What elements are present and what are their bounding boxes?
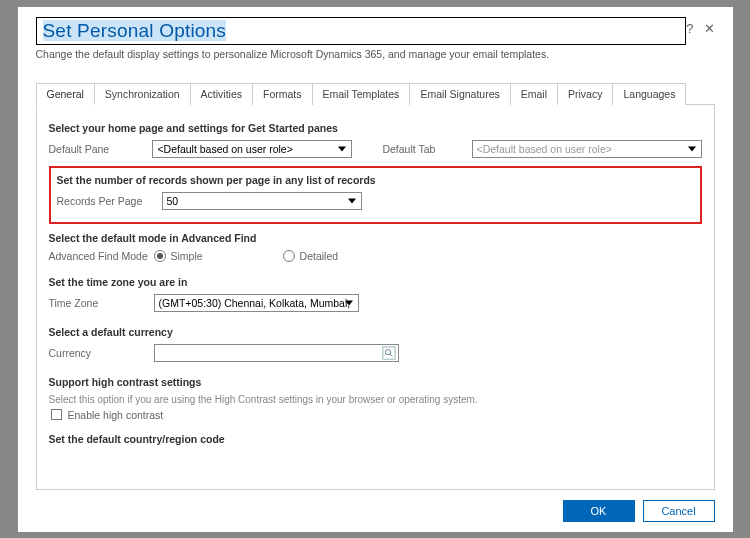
radio-detailed[interactable]: Detailed [283, 250, 339, 262]
radio-simple-label: Simple [171, 250, 203, 262]
row-records-per-page: Records Per Page [57, 192, 694, 210]
section-records-heading: Set the number of records shown per page… [57, 174, 694, 186]
personal-options-dialog: Set Personal Options Change the default … [18, 7, 733, 532]
ok-button[interactable]: OK [563, 500, 635, 522]
title-container: Set Personal Options [36, 17, 686, 45]
lookup-icon [382, 346, 396, 360]
label-default-pane: Default Pane [49, 143, 153, 155]
content-area[interactable]: Select your home page and settings for G… [36, 105, 715, 490]
tab-general[interactable]: General [36, 83, 95, 105]
lookup-currency[interactable] [154, 344, 399, 362]
dialog-subtitle: Change the default display settings to p… [36, 48, 715, 60]
tab-email[interactable]: Email [510, 83, 558, 105]
select-records-per-page[interactable] [162, 192, 362, 210]
row-advanced-find: Advanced Find Mode Simple Detailed [49, 250, 702, 262]
section-timezone-heading: Set the time zone you are in [49, 276, 702, 288]
highlighted-section: Set the number of records shown per page… [49, 166, 702, 224]
tab-email-signatures[interactable]: Email Signatures [409, 83, 510, 105]
radio-icon [154, 250, 166, 262]
section-contrast-heading: Support high contrast settings [49, 376, 702, 388]
radio-simple[interactable]: Simple [154, 250, 203, 262]
section-region-heading: Set the default country/region code [49, 433, 702, 445]
label-currency: Currency [49, 347, 154, 359]
help-icon[interactable]: ? [686, 21, 693, 36]
row-currency: Currency [49, 344, 702, 362]
tab-languages[interactable]: Languages [612, 83, 686, 105]
tab-activities[interactable]: Activities [190, 83, 253, 105]
dialog-title: Set Personal Options [43, 20, 679, 42]
select-default-pane[interactable] [152, 140, 352, 158]
checkbox-high-contrast-label: Enable high contrast [68, 409, 164, 421]
svg-rect-0 [382, 346, 394, 358]
radio-icon [283, 250, 295, 262]
label-records-per-page: Records Per Page [57, 195, 162, 207]
label-default-tab: Default Tab [382, 143, 471, 155]
select-default-tab[interactable] [472, 140, 702, 158]
radio-detailed-label: Detailed [300, 250, 339, 262]
radio-group-advanced-find: Simple Detailed [154, 250, 419, 262]
cancel-button[interactable]: Cancel [643, 500, 715, 522]
label-advanced-find: Advanced Find Mode [49, 250, 154, 262]
section-homepage-heading: Select your home page and settings for G… [49, 122, 702, 134]
close-icon[interactable]: ✕ [704, 21, 715, 36]
contrast-helper-text: Select this option if you are using the … [49, 394, 702, 405]
section-currency-heading: Select a default currency [49, 326, 702, 338]
row-high-contrast[interactable]: Enable high contrast [51, 409, 702, 421]
tab-synchronization[interactable]: Synchronization [94, 83, 191, 105]
row-default-pane: Default Pane Default Tab [49, 140, 702, 158]
tab-privacy[interactable]: Privacy [557, 83, 613, 105]
dialog-header: Set Personal Options Change the default … [36, 17, 715, 60]
dialog-footer: OK Cancel [36, 490, 715, 522]
row-timezone: Time Zone [49, 294, 702, 312]
tab-strip: General Synchronization Activities Forma… [36, 82, 715, 105]
checkbox-high-contrast[interactable] [51, 409, 62, 420]
select-timezone[interactable] [154, 294, 359, 312]
label-timezone: Time Zone [49, 297, 154, 309]
section-advanced-find-heading: Select the default mode in Advanced Find [49, 232, 702, 244]
tab-formats[interactable]: Formats [252, 83, 313, 105]
tab-email-templates[interactable]: Email Templates [312, 83, 411, 105]
header-actions: ? ✕ [686, 21, 714, 36]
